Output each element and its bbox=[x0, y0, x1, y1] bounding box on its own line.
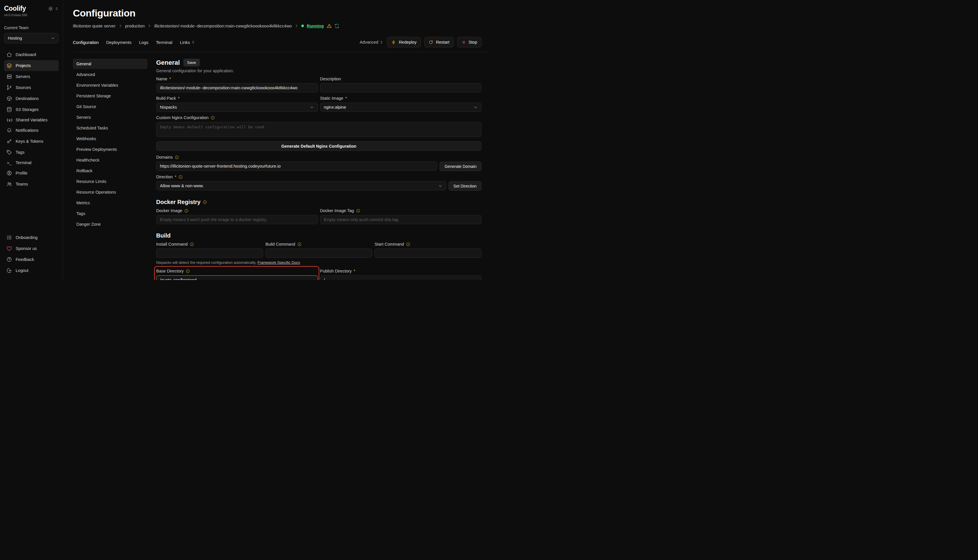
sidebar-item-shared-variables[interactable]: (x) Shared Variables bbox=[4, 115, 59, 125]
sidebar-spacer bbox=[4, 190, 59, 232]
breadcrumb-project[interactable]: illicitonion quote server bbox=[73, 24, 116, 28]
subnav-item-resource-limits[interactable]: Resource Limits bbox=[73, 176, 147, 187]
refresh-status-icon[interactable] bbox=[334, 24, 339, 28]
info-icon[interactable] bbox=[406, 242, 410, 247]
generate-nginx-config-button[interactable]: Generate Default Nginx Configuration bbox=[156, 141, 481, 151]
framework-docs-link[interactable]: Framework Specific Docs bbox=[257, 260, 300, 265]
redeploy-button[interactable]: Redeploy bbox=[387, 37, 421, 47]
generate-domain-button[interactable]: Generate Domain bbox=[440, 162, 481, 171]
sidebar-item-s3-storages[interactable]: S3 Storages bbox=[4, 104, 59, 115]
pause-icon bbox=[461, 40, 466, 45]
docker-image-tag-input[interactable] bbox=[320, 215, 482, 224]
subnav-item-git-source[interactable]: Git Source bbox=[73, 102, 147, 112]
app-version: v4.0.0-beta.399 bbox=[4, 13, 59, 17]
breadcrumb-application[interactable]: illicitestonion/-module--decomposition:m… bbox=[154, 24, 292, 28]
status-running-link[interactable]: Running bbox=[307, 24, 324, 28]
sidebar-item-terminal[interactable]: >_ Terminal bbox=[4, 158, 59, 168]
static-image-field: Static Image * nginx:alpine bbox=[320, 96, 482, 112]
stop-button[interactable]: Stop bbox=[457, 37, 481, 47]
subnav-item-webhooks[interactable]: Webhooks bbox=[73, 133, 147, 144]
checklist-icon bbox=[7, 235, 12, 240]
sidebar-item-tags[interactable]: Tags bbox=[4, 147, 59, 158]
restart-button[interactable]: Restart bbox=[424, 37, 454, 47]
nginx-config-label: Custom Nginx Configuration bbox=[156, 115, 481, 120]
bell-icon bbox=[7, 127, 12, 133]
subnav-item-scheduled-tasks[interactable]: Scheduled Tasks bbox=[73, 123, 147, 133]
warning-triangle-icon[interactable] bbox=[327, 23, 332, 28]
subnav-item-metrics[interactable]: Metrics bbox=[73, 198, 147, 208]
sidebar-item-label: Onboarding bbox=[16, 235, 38, 240]
subnav-item-general[interactable]: General bbox=[73, 59, 147, 69]
info-icon[interactable] bbox=[356, 208, 360, 213]
docker-image-input[interactable] bbox=[156, 215, 318, 224]
sidebar-item-dashboard[interactable]: Dashboard bbox=[4, 49, 59, 60]
sidebar-item-servers[interactable]: Servers bbox=[4, 71, 59, 82]
subnav-item-persistent-storage[interactable]: Persistent Storage bbox=[73, 91, 147, 101]
sidebar-item-feedback[interactable]: Feedback bbox=[4, 254, 59, 265]
tab-logs[interactable]: Logs bbox=[139, 40, 149, 45]
sidebar-item-profile[interactable]: Profile bbox=[4, 168, 59, 178]
description-input[interactable] bbox=[320, 83, 482, 92]
build-pack-select[interactable]: Nixpacks bbox=[156, 103, 318, 112]
general-description: General configuration for your applicati… bbox=[156, 68, 481, 73]
sidebar-item-onboarding[interactable]: Onboarding bbox=[4, 232, 59, 243]
shared-variables-icon: (x) bbox=[7, 118, 12, 122]
breadcrumb: illicitonion quote server production ill… bbox=[73, 23, 481, 28]
publish-directory-input[interactable] bbox=[320, 275, 482, 280]
info-icon[interactable] bbox=[179, 175, 183, 179]
info-icon[interactable] bbox=[184, 208, 189, 213]
advanced-dropdown[interactable]: Advanced bbox=[360, 40, 384, 45]
info-icon[interactable] bbox=[297, 242, 302, 247]
sidebar-item-sponsor-us[interactable]: Sponsor us bbox=[4, 243, 59, 254]
subnav-item-rollback[interactable]: Rollback bbox=[73, 165, 147, 176]
tag-icon bbox=[7, 149, 12, 155]
tab-deployments[interactable]: Deployments bbox=[106, 40, 132, 45]
info-icon[interactable] bbox=[186, 269, 190, 273]
save-button[interactable]: Save bbox=[183, 59, 200, 67]
base-directory-input[interactable] bbox=[156, 275, 318, 280]
tab-configuration[interactable]: Configuration bbox=[73, 40, 99, 45]
sidebar-item-notifications[interactable]: Notifications bbox=[4, 125, 59, 136]
tab-links[interactable]: Links bbox=[180, 40, 195, 45]
sidebar-item-projects[interactable]: Projects bbox=[4, 60, 59, 71]
info-icon[interactable] bbox=[175, 155, 179, 160]
sidebar-item-destinations[interactable]: Destinations bbox=[4, 93, 59, 104]
static-image-select[interactable]: nginx:alpine bbox=[320, 103, 482, 112]
sidebar-item-keys-tokens[interactable]: Keys & Tokens bbox=[4, 136, 59, 147]
page-title: Configuration bbox=[73, 8, 481, 19]
build-command-input[interactable] bbox=[266, 248, 373, 258]
subnav-item-tags[interactable]: Tags bbox=[73, 208, 147, 219]
chevron-updown-icon[interactable] bbox=[55, 7, 59, 11]
help-circle-icon bbox=[7, 257, 12, 262]
subnav-item-servers[interactable]: Servers bbox=[73, 112, 147, 123]
sidebar-item-sources[interactable]: Sources bbox=[4, 82, 59, 93]
info-icon[interactable] bbox=[211, 116, 215, 120]
sidebar-item-teams[interactable]: Teams bbox=[4, 178, 59, 190]
subnav-item-preview-deployments[interactable]: Preview Deployments bbox=[73, 144, 147, 155]
theme-switcher[interactable] bbox=[48, 6, 59, 11]
subnav-item-environment-variables[interactable]: Environment Variables bbox=[73, 80, 147, 90]
set-direction-button[interactable]: Set Direction bbox=[448, 181, 481, 191]
direction-select[interactable]: Allow www & non-www. bbox=[156, 181, 446, 190]
start-command-input[interactable] bbox=[374, 248, 481, 258]
install-command-input[interactable] bbox=[156, 248, 263, 258]
subnav-item-danger-zone[interactable]: Danger Zone bbox=[73, 219, 147, 230]
docker-image-field: Docker Image bbox=[156, 208, 318, 224]
subnav-item-resource-operations[interactable]: Resource Operations bbox=[73, 187, 147, 197]
sun-icon[interactable] bbox=[48, 6, 53, 11]
nginx-config-textarea[interactable] bbox=[156, 122, 481, 137]
info-icon[interactable] bbox=[190, 242, 194, 247]
subnav-item-healthcheck[interactable]: Healthcheck bbox=[73, 155, 147, 165]
team-select[interactable]: Hosting bbox=[4, 33, 59, 43]
description-field: Description bbox=[320, 77, 482, 92]
docker-image-label: Docker Image bbox=[156, 208, 318, 213]
stop-label: Stop bbox=[468, 40, 477, 45]
breadcrumb-environment[interactable]: production bbox=[125, 24, 145, 28]
build-pack-label: Build Pack * bbox=[156, 96, 318, 101]
domains-input[interactable] bbox=[156, 162, 437, 171]
tab-terminal[interactable]: Terminal bbox=[156, 40, 172, 45]
subnav-item-advanced[interactable]: Advanced bbox=[73, 69, 147, 80]
name-input[interactable] bbox=[156, 83, 318, 92]
info-icon[interactable] bbox=[203, 200, 207, 204]
sidebar-item-logout[interactable]: Logout bbox=[4, 265, 59, 276]
